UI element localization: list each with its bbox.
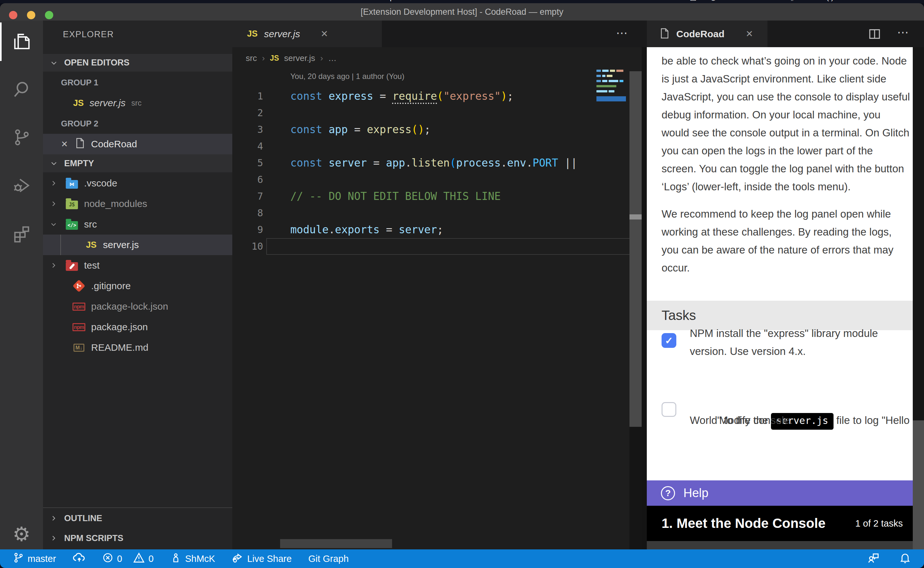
webview-scrollbar-track[interactable] <box>913 47 924 549</box>
tree-item-readme[interactable]: M↓ README.md <box>43 337 232 358</box>
menu-status-icon[interactable]: ¶ <box>790 0 794 2</box>
editor-panel-divider[interactable] <box>642 47 647 549</box>
menu-item[interactable]: Window <box>332 0 361 2</box>
extensions-activity-button[interactable] <box>0 215 43 254</box>
breadcrumb-symbol[interactable]: … <box>328 53 336 63</box>
tree-item-package-lock[interactable]: npm package-lock.json <box>43 296 232 317</box>
tree-item-package[interactable]: npm package.json <box>43 317 232 337</box>
editor-scrollbar-track[interactable] <box>630 71 642 427</box>
minimap[interactable] <box>597 69 626 121</box>
lesson-paragraph-1: be able to check what’s going on in your… <box>662 52 910 196</box>
title-bar[interactable]: [Extension Development Host] - CodeRoad … <box>0 3 924 21</box>
breadcrumb-file[interactable]: server.js <box>284 53 315 63</box>
help-icon: ? <box>661 486 675 500</box>
menu-item[interactable]: File <box>83 0 96 2</box>
outline-label: OUTLINE <box>64 514 102 523</box>
help-bar[interactable]: ? Help <box>647 480 924 506</box>
menu-items: CodeFileEditSelectionViewGoRunTerminalWi… <box>47 0 394 2</box>
task-2-text-after: file to log "Hello <box>834 414 910 426</box>
tree-label: node_modules <box>84 198 147 209</box>
minimap-line <box>597 75 626 77</box>
chevron-right-icon <box>43 200 64 207</box>
code-token: PORT <box>532 157 564 169</box>
menu-status-icon[interactable]: ( ) <box>826 0 834 2</box>
search-activity-button[interactable] <box>0 71 43 109</box>
open-editors-header[interactable]: OPEN EDITORS <box>43 54 232 71</box>
explorer-activity-button[interactable] <box>0 23 43 61</box>
feedback-button[interactable] <box>867 551 880 566</box>
breadcrumb-folder[interactable]: src <box>246 53 257 63</box>
files-icon <box>12 31 32 52</box>
git-graph-button[interactable]: Git Graph <box>308 554 349 564</box>
menu-status-icon[interactable]: ➤ <box>749 0 756 2</box>
menu-status-icon[interactable]: ⊙ <box>730 0 736 2</box>
minimap-slider[interactable] <box>597 96 626 101</box>
outline-section-header[interactable]: OUTLINE <box>43 508 232 529</box>
close-icon[interactable]: ✕ <box>61 139 68 149</box>
code-content[interactable]: const express = require("express"); cons… <box>290 88 577 255</box>
account-status[interactable]: ShMcK <box>170 552 215 565</box>
task-1-checkbox[interactable]: ✓ <box>662 333 676 348</box>
tree-item-test[interactable]: test <box>43 255 232 276</box>
menu-status-icon[interactable]: ▢ <box>689 0 697 2</box>
task-2-checkbox[interactable] <box>662 402 676 417</box>
chevron-right-icon <box>43 262 64 269</box>
menu-item[interactable]: View <box>193 0 210 2</box>
tab-close-icon[interactable]: ✕ <box>321 29 328 39</box>
npm-scripts-section-header[interactable]: NPM SCRIPTS <box>43 528 232 548</box>
tree-item-serverjs[interactable]: JS server.js <box>43 234 232 255</box>
horizontal-scrollbar-thumb[interactable] <box>280 539 392 548</box>
open-editor-coderoad[interactable]: ✕ CodeRoad <box>43 134 232 154</box>
apple-menu-icon[interactable]: ⌘ <box>23 0 30 2</box>
panel-more-actions-button[interactable]: ⋯ <box>897 26 909 39</box>
code-token: listen <box>412 157 450 169</box>
tree-item-vscode[interactable]: ⋈ .vscode <box>43 173 232 193</box>
line-number: 6 <box>237 171 263 188</box>
split-editor-icon[interactable] <box>868 27 881 42</box>
menu-status-icon[interactable]: ▲ <box>769 0 777 2</box>
notifications-button[interactable] <box>899 551 911 566</box>
source-control-activity-button[interactable] <box>0 119 43 157</box>
menu-status-icon[interactable]: ◍ <box>710 0 717 2</box>
tree-item-src[interactable]: </> src <box>43 214 232 234</box>
menu-item[interactable]: Selection <box>143 0 176 2</box>
code-token: require <box>392 90 437 103</box>
menu-item[interactable]: Help <box>378 0 394 2</box>
open-editor-serverjs[interactable]: JS server.js src <box>43 93 232 113</box>
code-token: ( <box>412 123 418 136</box>
webview-scrollbar-thumb[interactable] <box>913 420 924 549</box>
tab-close-icon[interactable]: ✕ <box>746 29 753 39</box>
lesson-text-line: be able to check what’s going on in your… <box>662 52 910 70</box>
git-branch-status[interactable]: master <box>13 552 56 565</box>
task-1-line-2: version. Use version 4.x. <box>690 342 878 360</box>
problems-status[interactable]: 0 0 <box>102 552 154 566</box>
code-token: "express" <box>443 90 501 103</box>
menu-clock[interactable]: Sat 9:45 PM <box>867 0 911 2</box>
tree-item-node-modules[interactable]: JS node_modules <box>43 193 232 214</box>
code-token: ) <box>418 123 424 136</box>
line-number: 10 <box>237 238 263 255</box>
tab-serverjs[interactable]: JS server.js ✕ <box>232 21 382 47</box>
tab-coderoad[interactable]: CodeRoad ✕ <box>647 21 767 47</box>
breadcrumb-separator: › <box>320 53 323 63</box>
menu-item[interactable]: Terminal <box>286 0 316 2</box>
editor-more-actions-button[interactable]: ⋯ <box>616 26 627 40</box>
lesson-footer[interactable]: 1. Meet the Node Console 1 of 2 tasks <box>647 506 924 541</box>
editor-scrollbar-thumb[interactable] <box>630 215 642 219</box>
settings-gear-button[interactable]: ⚙ <box>0 516 43 551</box>
tree-item-gitignore[interactable]: .gitignore <box>43 276 232 296</box>
run-debug-activity-button[interactable] <box>0 167 43 205</box>
menu-status-icon[interactable]: ⇣ <box>806 0 813 2</box>
task-1-text: NPM install the "express" library module… <box>690 325 878 360</box>
folder-section-header[interactable]: EMPTY <box>43 154 232 172</box>
menu-status-icon[interactable]: ▭ <box>847 0 855 2</box>
menu-item[interactable]: Edit <box>113 0 127 2</box>
sync-changes-button[interactable] <box>73 551 86 566</box>
menu-item[interactable]: Run <box>254 0 269 2</box>
tree-label: test <box>84 260 99 271</box>
live-share-button[interactable]: Live Share <box>232 552 292 566</box>
coderoad-panel: CodeRoad ✕ ⋯ be able to check what’s goi… <box>647 21 924 549</box>
codelens-blame[interactable]: You, 20 days ago | 1 author (You) <box>290 72 404 81</box>
menu-item[interactable]: Code <box>47 0 66 2</box>
menu-item[interactable]: Go <box>227 0 237 2</box>
